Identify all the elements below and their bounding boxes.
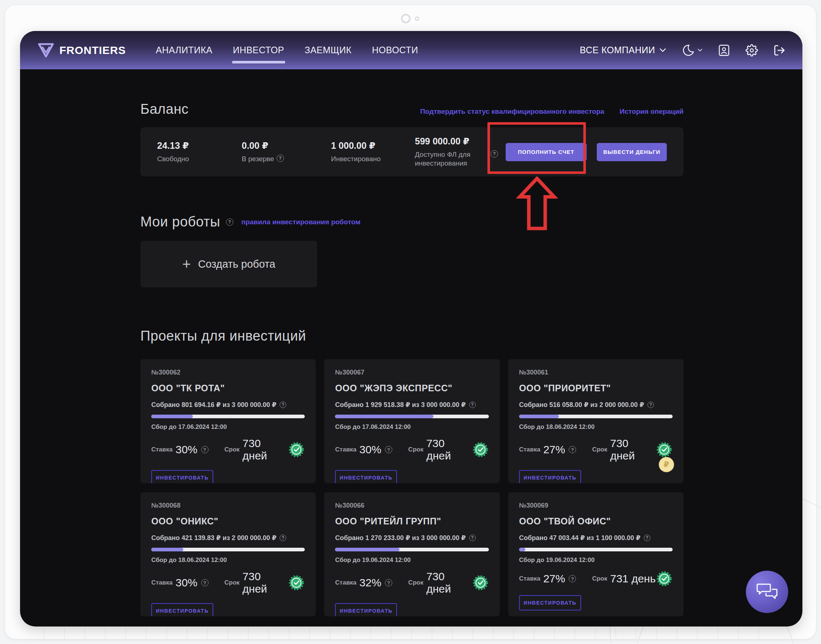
nav-item-investor[interactable]: ИНВЕСТОР bbox=[233, 31, 284, 69]
main-menu: АНАЛИТИКА ИНВЕСТОР ЗАЕМЩИК НОВОСТИ bbox=[156, 31, 418, 69]
term-label: Срок bbox=[592, 575, 607, 583]
term-value: 730 дней bbox=[242, 570, 288, 595]
robots-header: Мои роботы правила инвестирования робото… bbox=[140, 214, 683, 230]
nav-item-analytics[interactable]: АНАЛИТИКА bbox=[156, 31, 212, 69]
stat-invested-label: Инвестировано bbox=[331, 155, 415, 163]
term-value: 730 дней bbox=[242, 437, 288, 462]
project-number: №300061 bbox=[519, 369, 672, 376]
project-deadline: Сбор до 17.06.2024 12:00 bbox=[151, 423, 305, 431]
project-card: №300061 ООО "ПРИОРИТЕТ" Собрано 516 058.… bbox=[508, 359, 683, 483]
qualify-investor-link[interactable]: Подтвердить статус квалифицированного ин… bbox=[420, 107, 604, 116]
term-label: Срок bbox=[408, 579, 424, 586]
invest-button[interactable]: ИНВЕСТИРОВАТЬ bbox=[151, 470, 213, 483]
nav-item-news[interactable]: НОВОСТИ bbox=[372, 31, 418, 69]
stat-free: 24.13 ₽ Свободно bbox=[157, 140, 242, 163]
progress-fill bbox=[519, 548, 525, 551]
verified-badge-icon bbox=[472, 441, 489, 458]
info-icon[interactable] bbox=[385, 446, 392, 453]
info-icon[interactable] bbox=[201, 579, 208, 586]
invest-button[interactable]: ИНВЕСТИРОВАТЬ bbox=[335, 470, 397, 483]
progress-fill bbox=[151, 415, 193, 418]
project-name: ООО "ПРИОРИТЕТ" bbox=[519, 383, 672, 394]
moon-icon bbox=[682, 44, 694, 57]
term-label: Срок bbox=[225, 446, 240, 453]
device-camera-dots bbox=[401, 14, 419, 23]
project-collected: Собрано 47 003.44 ₽ из 1 100 000.00 ₽ bbox=[519, 534, 672, 542]
verified-badge-icon bbox=[656, 441, 672, 458]
invest-button[interactable]: ИНВЕСТИРОВАТЬ bbox=[519, 595, 581, 610]
active-tab-underline bbox=[232, 61, 285, 63]
project-collected: Собрано 1 270 233.00 ₽ из 3 000 000.00 ₽ bbox=[335, 534, 489, 542]
withdraw-button[interactable]: ВЫВЕСТИ ДЕНЬГИ bbox=[597, 143, 667, 161]
info-icon[interactable] bbox=[569, 446, 576, 453]
chat-bubbles-icon bbox=[756, 582, 778, 602]
info-icon[interactable] bbox=[277, 155, 284, 162]
progress-bar bbox=[519, 415, 672, 418]
project-card: №300069 ООО "ТВОЙ ОФИС" Собрано 47 003.4… bbox=[508, 492, 683, 616]
project-stats: Ставка 32% Срок 730 дней bbox=[335, 570, 489, 595]
rate-value: 30% bbox=[175, 443, 197, 456]
project-stats: Ставка 30% Срок 730 дней bbox=[151, 437, 305, 462]
rate-label: Ставка bbox=[335, 446, 356, 453]
logout-button[interactable] bbox=[773, 44, 786, 57]
rate-label: Ставка bbox=[151, 579, 172, 586]
robot-rules-link[interactable]: правила инвестирования роботом bbox=[241, 218, 361, 226]
project-deadline: Сбор до 18.06.2024 12:00 bbox=[519, 423, 672, 431]
stat-available-value: 599 000.00 ₽ bbox=[415, 136, 498, 147]
verified-badge-icon bbox=[472, 574, 489, 591]
info-icon[interactable] bbox=[469, 402, 476, 408]
deposit-button[interactable]: ПОПОЛНИТЬ СЧЕТ bbox=[505, 143, 587, 161]
rate-value: 32% bbox=[360, 577, 381, 589]
create-robot-label: Создать робота bbox=[198, 258, 275, 270]
project-stats: Ставка 30% Срок 730 дней bbox=[335, 437, 489, 462]
invest-button[interactable]: ИНВЕСТИРОВАТЬ bbox=[151, 603, 213, 616]
stat-reserved-value: 0.00 ₽ bbox=[242, 140, 331, 151]
project-name: ООО "ТК РОТА" bbox=[151, 383, 305, 394]
chat-button[interactable] bbox=[746, 571, 788, 613]
invest-button[interactable]: ИНВЕСТИРОВАТЬ bbox=[519, 470, 581, 483]
project-collected: Собрано 801 694.16 ₽ из 3 000 000.00 ₽ bbox=[151, 401, 305, 409]
balance-card: 24.13 ₽ Свободно 0.00 ₽ В резерве 1 000.… bbox=[140, 127, 683, 176]
project-number: №300062 bbox=[151, 369, 305, 376]
term-label: Срок bbox=[408, 446, 424, 453]
stat-available: 599 000.00 ₽ Доступно ФЛ для инвестирова… bbox=[415, 136, 498, 168]
chevron-down-icon bbox=[697, 49, 703, 52]
info-icon[interactable] bbox=[201, 446, 208, 453]
project-name: ООО "РИТЕЙЛ ГРУПП" bbox=[335, 516, 489, 527]
brand-logo[interactable]: FRONTIERS bbox=[38, 43, 126, 58]
info-icon[interactable] bbox=[644, 535, 650, 541]
operations-history-link[interactable]: История операций bbox=[620, 107, 683, 116]
stat-invested-value: 1 000.00 ₽ bbox=[331, 140, 415, 151]
project-stats: Ставка 30% Срок 730 дней bbox=[151, 570, 305, 595]
progress-bar bbox=[519, 548, 672, 551]
invest-button[interactable]: ИНВЕСТИРОВАТЬ bbox=[335, 603, 397, 616]
info-icon[interactable] bbox=[280, 402, 286, 408]
id-card-icon bbox=[718, 44, 730, 57]
rate-value: 30% bbox=[360, 443, 381, 456]
term-value: 730 дней bbox=[426, 437, 472, 462]
info-icon[interactable] bbox=[648, 402, 654, 408]
profile-button[interactable] bbox=[718, 44, 730, 57]
project-number: №300067 bbox=[335, 369, 489, 376]
info-icon[interactable] bbox=[569, 575, 576, 583]
company-selector[interactable]: ВСЕ КОМПАНИИ bbox=[580, 45, 666, 55]
info-icon[interactable] bbox=[280, 535, 286, 541]
info-icon[interactable] bbox=[385, 579, 392, 586]
project-stats: Ставка 27% Срок 731 день bbox=[519, 570, 672, 587]
navbar-right: ВСЕ КОМПАНИИ bbox=[580, 44, 786, 57]
info-icon[interactable] bbox=[469, 535, 476, 541]
create-robot-card[interactable]: Создать робота bbox=[140, 241, 317, 287]
project-name: ООО "ТВОЙ ОФИС" bbox=[519, 516, 672, 527]
stat-available-label: Доступно ФЛ для инвестирования bbox=[415, 150, 498, 168]
term-value: 730 дней bbox=[610, 437, 656, 462]
project-deadline: Сбор до 19.06.2024 12:00 bbox=[519, 557, 672, 564]
theme-toggle[interactable] bbox=[682, 44, 703, 57]
project-deadline: Сбор до 18.06.2024 12:00 bbox=[151, 557, 305, 564]
plus-icon bbox=[182, 257, 191, 271]
progress-bar bbox=[335, 415, 489, 418]
stat-invested: 1 000.00 ₽ Инвестировано bbox=[331, 140, 415, 163]
info-icon[interactable] bbox=[226, 218, 233, 226]
nav-item-borrower[interactable]: ЗАЕМЩИК bbox=[305, 31, 352, 69]
info-icon[interactable] bbox=[491, 150, 498, 158]
settings-button[interactable] bbox=[746, 44, 758, 57]
